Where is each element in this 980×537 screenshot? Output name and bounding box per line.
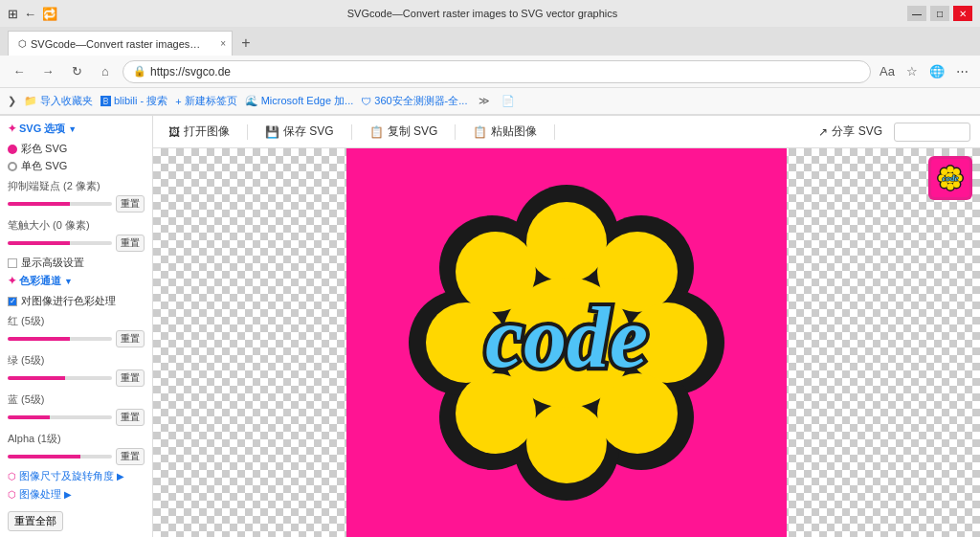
bookmark-edge[interactable]: 🌊Microsoft Edge 加... [245, 94, 354, 108]
tab-bar: ⬡ SVGcode—Convert raster images to SVG v… [0, 27, 980, 56]
green-slider-row: 重置 [8, 369, 145, 387]
open-image-icon: 🖼 [168, 125, 180, 139]
red-slider[interactable] [8, 332, 112, 346]
share-input[interactable] [894, 123, 970, 142]
color-process-row[interactable]: ✓ 对图像进行色彩处理 [8, 294, 145, 308]
blue-slider[interactable] [8, 411, 112, 424]
svg-text:code: code [943, 173, 959, 183]
share-icon: ↗ [818, 125, 828, 139]
color-process-checkbox[interactable]: ✓ [8, 297, 17, 306]
reset-all-btn[interactable]: 重置全部 [8, 511, 63, 531]
logo-svg: code code [346, 148, 787, 537]
svg-text:code: code [485, 290, 648, 385]
pen-size-slider[interactable] [8, 236, 112, 250]
minimize-btn[interactable]: — [907, 6, 926, 21]
maximize-btn[interactable]: □ [930, 6, 949, 21]
bookmark-360[interactable]: 🛡360安全测测器-全... [361, 94, 467, 108]
control-nodes-slider[interactable] [8, 197, 112, 211]
toolbar-sep-3 [455, 124, 456, 140]
green-slider[interactable] [8, 371, 112, 385]
toolbar-sep-4 [554, 124, 555, 140]
alpha-slider[interactable] [8, 450, 112, 463]
blue-label: 蓝 (5级) [8, 392, 145, 407]
collections-btn[interactable]: 🌐 [926, 61, 947, 82]
refresh-btn[interactable]: ↻ [65, 60, 88, 83]
color-channels-title[interactable]: ✦ 色彩通道 ▼ [8, 274, 145, 288]
show-advanced-checkbox[interactable] [8, 258, 17, 268]
red-reset[interactable]: 重置 [116, 330, 145, 347]
bookmark-bilibili[interactable]: 🅱blibili - 搜索 [100, 94, 167, 108]
alpha-slider-row: 重置 [8, 448, 145, 465]
alpha-label: Alpha (1级) [8, 432, 145, 446]
pen-size-label: 笔触大小 (0 像素) [8, 218, 145, 233]
image-process-arrow: ▶ [64, 489, 72, 500]
color-svg-option[interactable]: 彩色 SVG [8, 142, 145, 156]
image-size-link[interactable]: ⬡ 图像尺寸及旋转角度 ▶ [8, 469, 145, 483]
extensions-btn[interactable]: Aa [877, 61, 898, 82]
share-svg-btn[interactable]: ↗ 分享 SVG [813, 121, 888, 143]
toolbar: 🖼 打开图像 💾 保存 SVG 📋 复制 SVG 📋 粘贴图像 ↗ [153, 116, 980, 148]
svg-options-title[interactable]: ✦ SVG 选项 ▼ [8, 122, 145, 136]
back-btn[interactable]: ← [8, 60, 31, 83]
tab-close-btn[interactable]: × [220, 38, 226, 49]
window-title: SVGcode—Convert raster images to SVG vec… [63, 8, 902, 19]
color-svg-radio [8, 145, 17, 154]
bookmark-file[interactable]: 📄 [501, 95, 515, 107]
bookmarks-bar: ❯ 📁导入收藏夹 🅱blibili - 搜索 +新建标签页 🌊Microsoft… [0, 88, 980, 115]
new-tab-btn[interactable]: + [233, 31, 259, 56]
svg-point-10 [526, 202, 607, 282]
forward-btn[interactable]: → [36, 60, 59, 83]
show-advanced-row[interactable]: 显示高级设置 [8, 256, 145, 270]
bookmark-newtab[interactable]: +新建标签页 [175, 94, 236, 108]
control-nodes-reset[interactable]: 重置 [116, 195, 145, 213]
open-image-btn[interactable]: 🖼 打开图像 [163, 121, 235, 143]
pen-size-row: 重置 [8, 235, 145, 252]
image-process-link[interactable]: ⬡ 图像处理 ▶ [8, 487, 145, 502]
address-bar[interactable]: 🔒 https://svgco.de [122, 60, 871, 83]
home-btn[interactable]: ⌂ [94, 60, 117, 83]
svg-point-31 [947, 167, 954, 173]
toolbar-sep-1 [247, 124, 248, 140]
mono-svg-radio [8, 162, 17, 171]
svg-point-35 [947, 184, 954, 190]
settings-btn[interactable]: ⋯ [951, 61, 972, 82]
svg-point-14 [526, 403, 607, 483]
paste-image-btn[interactable]: 📋 粘贴图像 [467, 121, 543, 143]
image-size-arrow: ▶ [117, 471, 124, 481]
nav-bar: ← → ↻ ⌂ 🔒 https://svgco.de Aa ☆ 🌐 ⋯ [0, 56, 980, 88]
nav-icons: Aa ☆ 🌐 ⋯ [877, 61, 972, 82]
favicon-svg: code code [931, 159, 969, 197]
favorites-btn[interactable]: ☆ [902, 61, 923, 82]
save-icon: 💾 [265, 125, 279, 139]
control-nodes-row: 重置 [8, 195, 145, 213]
red-slider-row: 重置 [8, 330, 145, 347]
sidebar-toggle[interactable]: ❯ [8, 95, 16, 107]
green-reset[interactable]: 重置 [116, 369, 145, 387]
control-nodes-label: 抑制端疑点 (2 像素) [8, 179, 145, 193]
close-btn[interactable]: ✕ [953, 6, 972, 21]
title-bar: ⊞ ← 🔁 SVGcode—Convert raster images to S… [0, 0, 980, 27]
red-label: 红 (5级) [8, 314, 145, 328]
copy-icon: 📋 [369, 125, 384, 139]
toolbar-sep-2 [351, 124, 352, 140]
share-bar: ↗ 分享 SVG [813, 121, 970, 143]
save-svg-btn[interactable]: 💾 保存 SVG [259, 121, 340, 143]
green-label: 绿 (5级) [8, 353, 145, 368]
copy-svg-btn[interactable]: 📋 复制 SVG [364, 121, 444, 143]
alpha-reset[interactable]: 重置 [116, 448, 145, 465]
sidebar: ✦ SVG 选项 ▼ 彩色 SVG 单色 SVG 抑制端疑点 (2 像素) 重置… [0, 116, 153, 537]
pen-size-reset[interactable]: 重置 [116, 235, 145, 252]
blue-slider-row: 重置 [8, 409, 145, 426]
blue-reset[interactable]: 重置 [116, 409, 145, 426]
bookmark-import[interactable]: 📁导入收藏夹 [24, 94, 93, 108]
active-tab[interactable]: ⬡ SVGcode—Convert raster images to SVG v… [8, 31, 233, 56]
paste-icon: 📋 [473, 125, 487, 139]
favicon-preview: code code [928, 156, 972, 200]
bookmark-more[interactable]: ≫ [479, 95, 490, 107]
main-canvas: code code [153, 148, 980, 537]
mono-svg-option[interactable]: 单色 SVG [8, 159, 145, 173]
window-controls: — □ ✕ [907, 6, 972, 21]
